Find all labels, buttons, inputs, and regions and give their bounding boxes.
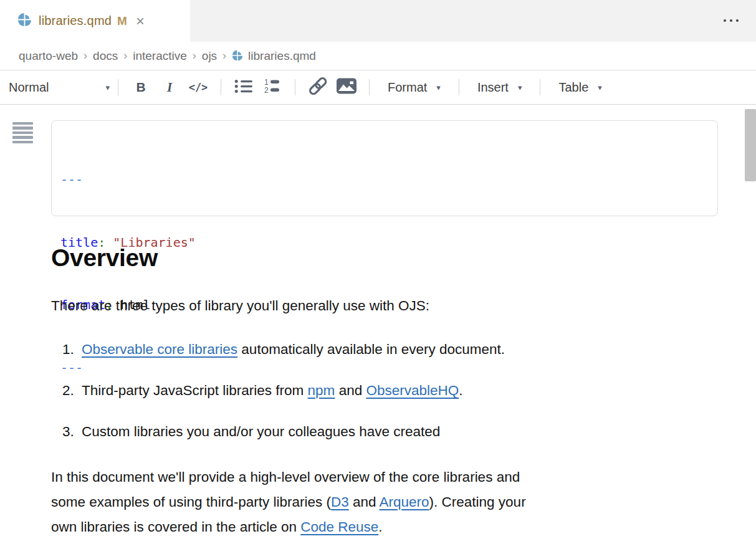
bullet-list-icon [234,79,254,97]
quarto-logo-icon [17,12,32,29]
breadcrumb-item-libraries-qmd[interactable]: libraries.qmd [248,49,316,63]
list-item[interactable]: 1. Observable core libraries automatical… [51,337,505,362]
svg-text:1: 1 [264,78,269,87]
arquero-link[interactable]: Arquero [380,494,429,510]
list-item-text: Third-party JavaScript libraries from np… [82,378,463,403]
insert-link-button[interactable] [304,75,332,100]
toolbar-divider [295,79,295,95]
yaml-front-matter-block[interactable]: --- title: "Libraries" format: html --- [51,120,718,216]
paragraph-style-select[interactable]: Normal ▾ [9,80,110,95]
modified-badge: M [117,14,127,28]
tab-bar: libraries.qmd M × [0,0,756,42]
paragraph-line: some examples of using third-party libra… [51,490,526,515]
toolbar-divider [540,79,540,95]
vertical-scrollbar-thumb[interactable] [745,109,756,181]
insert-image-button[interactable] [332,75,361,100]
d3-link[interactable]: D3 [331,494,349,510]
observable-core-libraries-link[interactable]: Observable core libraries [82,341,237,357]
npm-link[interactable]: npm [308,383,335,398]
more-actions-icon[interactable] [724,19,739,22]
tab-libraries-qmd[interactable]: libraries.qmd M × [0,0,190,42]
intro-paragraph[interactable]: There are three types of library you'll … [51,298,429,314]
toolbar-divider [459,79,459,95]
breadcrumb-separator: › [193,49,196,62]
chevron-down-icon: ▾ [105,83,110,92]
bold-button[interactable]: B [127,75,155,100]
closing-paragraph[interactable]: In this document we'll provide a high-le… [51,465,526,540]
insert-menu-label: Insert [477,80,509,95]
format-menu[interactable]: Format ▾ [378,80,451,95]
toolbar-divider [221,79,221,95]
breadcrumb-item-docs[interactable]: docs [93,49,118,63]
breadcrumb-separator: › [222,49,226,62]
svg-text:2: 2 [264,86,269,94]
list-item-text: Custom libraries you and/or your colleag… [82,419,440,444]
image-icon [337,78,356,97]
observablehq-link[interactable]: ObservableHQ [366,383,459,398]
chevron-down-icon: ▾ [518,83,522,92]
chevron-down-icon: ▾ [436,83,441,92]
italic-button[interactable]: I [155,75,184,100]
numbered-list-button[interactable]: 1 2 [258,75,287,100]
list-item[interactable]: 3. Custom libraries you and/or your coll… [51,419,505,444]
chevron-down-icon: ▾ [598,83,602,92]
toolbar-divider [118,79,118,95]
breadcrumb: quarto-web › docs › interactive › ojs › … [0,42,756,70]
bullet-list-button[interactable] [229,75,258,100]
yaml-line: title: "Libraries" [60,232,717,254]
breadcrumb-item-interactive[interactable]: interactive [133,49,187,63]
table-menu-label: Table [558,80,588,95]
quarto-logo-icon [232,50,243,64]
tab-title: libraries.qmd [39,14,112,28]
breadcrumb-item-ojs[interactable]: ojs [202,49,217,63]
format-menu-label: Format [388,80,427,95]
paragraph-style-value: Normal [9,80,49,95]
list-number: 3. [62,419,82,444]
code-button[interactable]: </> [184,75,213,100]
paragraph-line: In this document we'll provide a high-le… [51,465,526,490]
editor-toolbar: Normal ▾ B I </> 1 [0,70,756,105]
numbered-list-icon: 1 2 [264,78,281,97]
breadcrumb-separator: › [84,49,87,62]
list-number: 2. [62,378,82,403]
link-icon [307,76,328,98]
paragraph-line: own libraries is covered in the article … [51,515,526,540]
insert-menu[interactable]: Insert ▾ [467,80,532,95]
list-number: 1. [62,337,82,362]
table-menu[interactable]: Table ▾ [548,80,611,95]
list-item[interactable]: 2. Third-party JavaScript libraries from… [51,378,505,403]
bold-icon: B [136,80,145,95]
italic-icon: I [167,80,172,95]
list-item-text: Observable core libraries automatically … [82,337,505,362]
numbered-list: 1. Observable core libraries automatical… [51,337,505,461]
close-tab-icon[interactable]: × [136,14,145,29]
yaml-line: --- [60,170,717,191]
section-heading[interactable]: Overview [51,244,158,272]
code-icon: </> [189,81,208,93]
code-reuse-link[interactable]: Code Reuse [300,519,378,535]
block-drag-handle-icon[interactable] [12,122,33,143]
breadcrumb-item-quarto-web[interactable]: quarto-web [19,49,78,63]
toolbar-divider [369,79,370,95]
breadcrumb-separator: › [123,49,127,62]
